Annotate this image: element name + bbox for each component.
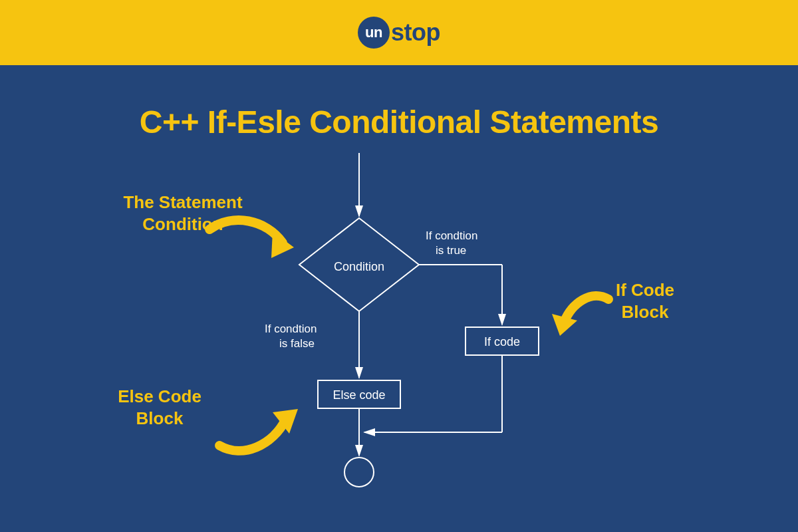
true-label-l1: If condtion <box>426 229 477 242</box>
else-code-text: Else code <box>332 388 385 402</box>
logo-circle-text: un <box>365 24 382 41</box>
diagram-area: Condition If condtion is true If code If… <box>0 153 798 532</box>
page-title: C++ If-Esle Conditional Statements <box>0 104 798 140</box>
annotation-if-l1: If Code <box>616 280 674 300</box>
annotation-else-l1: Else Code <box>118 386 201 406</box>
arrow-if-icon <box>545 286 618 346</box>
logo-text: stop <box>391 19 440 47</box>
true-label-l2: is true <box>436 244 466 257</box>
if-code-text: If code <box>484 335 520 348</box>
annotation-else-l2: Block <box>136 408 184 428</box>
condition-text: Condition <box>334 260 384 273</box>
end-terminator <box>344 458 374 487</box>
logo-circle-icon: un <box>358 17 390 49</box>
header-bar: un stop <box>0 0 798 65</box>
arrow-condition-icon <box>200 206 306 279</box>
false-label-l1: If condtion <box>265 323 317 335</box>
false-label-l2: is false <box>279 337 315 350</box>
arrow-else-icon <box>206 399 306 466</box>
annotation-if-l2: Block <box>622 302 669 322</box>
brand-logo: un stop <box>358 17 440 49</box>
